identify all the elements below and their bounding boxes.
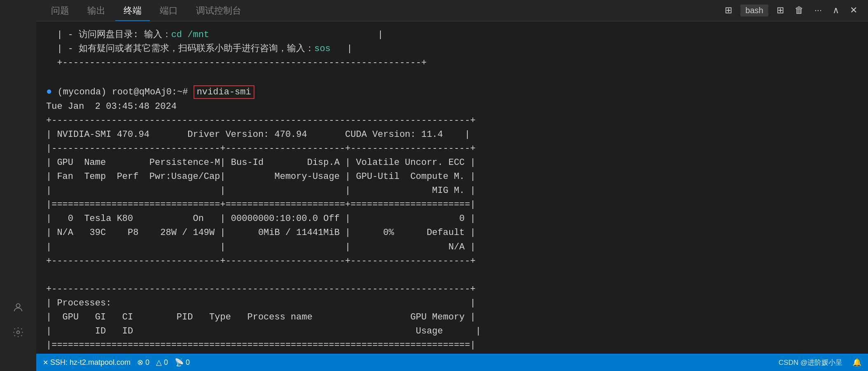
svg-point-0: [16, 304, 20, 308]
toolbar-right: ⊞ bash ⊞ 🗑 ··· ∧ ✕: [722, 3, 860, 17]
tab-ports[interactable]: 端口: [152, 1, 186, 21]
tab-problems[interactable]: 问题: [43, 1, 77, 21]
terminal-line: | - 如有疑问或者其它需求，扫码联系小助手进行咨询，输入：sos |: [46, 42, 858, 56]
terminal-line: |=======================================…: [46, 338, 858, 352]
sidebar: [0, 0, 36, 371]
status-errors[interactable]: ⊗ 0: [137, 358, 149, 367]
terminal-line: | Processes: |: [46, 296, 858, 310]
tab-debug-console[interactable]: 调试控制台: [188, 1, 250, 21]
new-terminal-button[interactable]: ⊞: [774, 3, 786, 17]
tab-bar: 问题 输出 终端 端口 调试控制台 ⊞ bash ⊞ 🗑 ··· ∧ ✕: [36, 0, 868, 21]
terminal-line: |-------------------------------+-------…: [46, 142, 858, 156]
terminal-line: [46, 70, 858, 84]
terminal-line: [46, 268, 858, 282]
status-bell[interactable]: 🔔: [852, 358, 861, 367]
terminal-line: +---------------------------------------…: [46, 56, 858, 70]
terminal-area[interactable]: | - 访问网盘目录: 输入：cd /mnt | | - 如有疑问或者其它需求，…: [36, 21, 868, 354]
command-highlight: nvidia-smi: [194, 85, 254, 99]
delete-terminal-button[interactable]: 🗑: [792, 3, 806, 17]
main-area: 问题 输出 终端 端口 调试控制台 ⊞ bash ⊞ 🗑 ··· ∧ ✕ | -…: [36, 0, 868, 371]
terminal-prompt-line: ● (myconda) root@qMoAj0:~# nvidia-smi: [46, 84, 858, 99]
terminal-line: +-------------------------------+-------…: [46, 254, 858, 268]
terminal-line: | Fan Temp Perf Pwr:Usage/Cap| Memory-Us…: [46, 170, 858, 184]
split-terminal-button[interactable]: ⊞: [722, 3, 735, 17]
maximize-button[interactable]: ∧: [830, 3, 842, 17]
terminal-line: | - 访问网盘目录: 输入：cd /mnt |: [46, 28, 858, 42]
terminal-ci-id-line: | ID ID Usage |: [46, 324, 858, 338]
status-info[interactable]: 📡 0: [175, 358, 190, 367]
ssh-label: SSH: hz-t2.matpool.com: [50, 358, 131, 367]
terminal-line: | 0 Tesla K80 On | 00000000:10:00.0 Off …: [46, 212, 858, 226]
gear-icon[interactable]: [7, 322, 29, 343]
error-count: 0: [145, 358, 149, 367]
status-warnings[interactable]: △ 0: [156, 358, 168, 367]
svg-point-1: [17, 331, 20, 334]
status-bar: ✕ SSH: hz-t2.matpool.com ⊗ 0 △ 0 📡 0 CSD…: [36, 354, 868, 371]
terminal-line: +---------------------------------------…: [46, 114, 858, 128]
terminal-line: | | | N/A |: [46, 240, 858, 254]
status-csdn: CSDN @进阶媛小呈: [779, 358, 842, 367]
terminal-line: Tue Jan 2 03:45:48 2024: [46, 100, 858, 114]
csdn-label: CSDN @进阶媛小呈: [779, 359, 842, 366]
close-icon: ✕: [43, 359, 48, 366]
terminal-line: | NVIDIA-SMI 470.94 Driver Version: 470.…: [46, 128, 858, 142]
terminal-line: | | | MIG M. |: [46, 184, 858, 198]
close-button[interactable]: ✕: [847, 3, 860, 17]
terminal-line: | GPU Name Persistence-M| Bus-Id Disp.A …: [46, 156, 858, 170]
terminal-line: +---------------------------------------…: [46, 282, 858, 296]
terminal-line: | N/A 39C P8 28W / 149W | 0MiB / 11441Mi…: [46, 226, 858, 240]
tab-output[interactable]: 输出: [79, 1, 114, 21]
error-icon: ⊗: [137, 358, 143, 367]
status-ssh[interactable]: ✕ SSH: hz-t2.matpool.com: [43, 358, 131, 367]
person-icon[interactable]: [7, 297, 29, 318]
terminal-line: |===============================+=======…: [46, 198, 858, 212]
antenna-icon: 📡: [175, 358, 184, 367]
tab-terminal[interactable]: 终端: [115, 1, 150, 21]
bash-tag: bash: [740, 5, 768, 16]
more-button[interactable]: ···: [812, 3, 824, 17]
bell-icon: 🔔: [852, 358, 861, 367]
info-count: 0: [186, 358, 190, 367]
warning-icon: △: [156, 358, 162, 367]
terminal-line: | GPU GI CI PID Type Process name GPU Me…: [46, 310, 858, 324]
warning-count: 0: [164, 358, 168, 367]
